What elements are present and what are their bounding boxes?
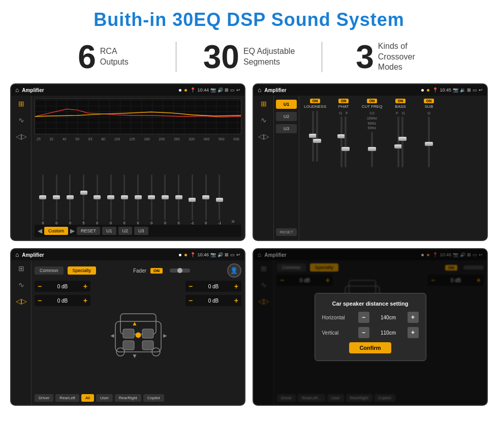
rearright-btn[interactable]: RearRight	[115, 394, 141, 402]
fader-bottom-bar: Driver RearLeft All User RearRight Copil…	[35, 394, 241, 402]
eq-slider-9: 0	[159, 174, 172, 225]
eq-slider-12: 0	[200, 174, 212, 225]
db-minus-1[interactable]: −	[38, 282, 42, 290]
fader-on-badge: ON	[150, 268, 163, 274]
fader-home-icon: ⌂	[15, 251, 19, 258]
ctrl-sub: ON SUB G	[416, 99, 442, 167]
stat-label-rca: RCAOutputs	[100, 46, 129, 68]
stat-number-rca: 6	[78, 41, 96, 73]
eq-panel-icon-3[interactable]: ◁▷	[16, 132, 27, 140]
fader-back-icon: ↩	[236, 252, 240, 257]
stats-row: 6 RCAOutputs 30 EQ AdjustableSegments 3 …	[0, 36, 498, 80]
dialog-horizontal-plus[interactable]: +	[408, 312, 419, 323]
fader-specialty-tab[interactable]: Specialty	[68, 266, 97, 275]
crossover-panel-icon-3[interactable]: ◁▷	[258, 132, 269, 140]
fader-body-area: − 0 dB + − 0 dB +	[35, 281, 241, 392]
eq-slider-0: 0	[37, 174, 49, 225]
phat-slider-f[interactable]	[345, 116, 347, 167]
eq-reset-btn[interactable]: RESET	[77, 227, 100, 235]
fader-app-title: Amplifier	[22, 252, 176, 258]
svg-rect-5	[142, 329, 153, 338]
eq-slider-11: -1	[186, 174, 199, 225]
ctrl-bass: ON BASS F G	[388, 99, 413, 167]
bass-slider-g[interactable]	[401, 116, 403, 167]
db-minus-4[interactable]: −	[189, 296, 193, 305]
svg-rect-4	[123, 329, 134, 338]
dialog-vertical-plus[interactable]: +	[408, 327, 419, 338]
crossover-controls-row: ON LOUDNESS	[302, 99, 484, 167]
driver-btn[interactable]: Driver	[35, 394, 53, 402]
db-control-3: − 0 dB +	[185, 281, 241, 292]
bass-label: BASS	[395, 104, 406, 109]
fader-eq-icon: ⊠	[225, 252, 229, 257]
fader-battery-icon: ▭	[230, 252, 235, 257]
phat-slider-g[interactable]	[340, 116, 343, 167]
db-minus-2[interactable]: −	[38, 296, 42, 305]
eq-slider-1: 0	[50, 174, 63, 225]
eq-slider-3: 5	[77, 174, 90, 225]
crossover-eq-icon: ⊠	[467, 87, 471, 93]
eq-panel-icon-2[interactable]: ∿	[18, 116, 24, 124]
fader-slider-h[interactable]	[170, 268, 190, 273]
svg-text:◄: ◄	[109, 332, 115, 339]
db-plus-1[interactable]: +	[83, 282, 87, 290]
db-plus-2[interactable]: +	[83, 296, 87, 305]
eq-panel-icon-1[interactable]: ⊞	[18, 100, 24, 108]
user-btn[interactable]: User	[96, 394, 113, 402]
eq-u1-btn[interactable]: U1	[102, 227, 116, 235]
dialog-horizontal-minus[interactable]: −	[358, 312, 369, 323]
stat-eq: 30 EQ AdjustableSegments	[176, 41, 322, 73]
fader-time: 10:46	[197, 252, 209, 257]
fader-left-controls: − 0 dB + − 0 dB +	[35, 281, 90, 392]
svg-text:▲: ▲	[132, 320, 138, 327]
eq-next-btn[interactable]: ▶	[70, 227, 75, 234]
fader-panel-icon-2[interactable]: ∿	[18, 281, 24, 289]
eq-screen-body: ⊞ ∿ ◁▷ 253240506380100125160200250320400…	[11, 96, 244, 240]
loudness-slider-2[interactable]	[316, 111, 318, 162]
sub-slider[interactable]	[428, 116, 430, 167]
channel-u3-btn[interactable]: U3	[276, 124, 297, 133]
volume-icon: 🔊	[217, 87, 223, 93]
channel-u1-btn[interactable]: U1	[276, 100, 297, 109]
all-btn[interactable]: All	[81, 394, 94, 402]
eq-expand-btn[interactable]: »	[227, 218, 239, 225]
crossover-reset-btn[interactable]: RESET	[276, 228, 297, 236]
bass-slider-f[interactable]	[397, 116, 399, 167]
eq-u2-btn[interactable]: U2	[118, 227, 133, 235]
eq-prev-btn[interactable]: ◀	[38, 227, 42, 234]
copilot-btn[interactable]: Copilot	[143, 394, 164, 402]
db-value-3: 0 dB	[195, 284, 232, 289]
dialog-confirm-btn[interactable]: Confirm	[349, 342, 391, 353]
crossover-location-icon: 📍	[432, 87, 438, 93]
eq-sliders-row: 0 0 0 5 0	[35, 143, 241, 225]
home-icon: ⌂	[15, 86, 19, 94]
fader-panel-icon-3[interactable]: ◁▷	[16, 297, 27, 305]
ctrl-cutfreq: ON CUT FREQ 3.0 100Hz 80Hz 60Hz	[359, 99, 385, 167]
stat-rca: 6 RCAOutputs	[30, 41, 176, 73]
db-plus-4[interactable]: +	[234, 296, 238, 305]
settings-icon-btn[interactable]: 👤	[227, 263, 241, 278]
stat-number-crossover: 3	[356, 41, 374, 73]
db-value-2: 0 dB	[44, 298, 81, 304]
dot-orange-1	[184, 89, 187, 92]
svg-rect-7	[142, 341, 153, 350]
crossover-panel-icon-2[interactable]: ∿	[261, 116, 267, 124]
eq-slider-6: 0	[118, 174, 131, 225]
loudness-slider-1[interactable]	[312, 111, 314, 162]
eq-u3-btn[interactable]: U3	[134, 227, 148, 235]
fader-common-tab[interactable]: Common	[35, 266, 64, 275]
stat-number-eq: 30	[203, 41, 239, 73]
location-icon: 📍	[190, 87, 196, 93]
eq-slider-13: -1	[213, 174, 226, 225]
crossover-panel-icon-1[interactable]: ⊞	[261, 100, 267, 108]
cutfreq-slider[interactable]	[371, 132, 373, 167]
eq-left-panel: ⊞ ∿ ◁▷	[11, 96, 32, 240]
dialog-vertical-minus[interactable]: −	[358, 327, 369, 338]
fader-car-area: ▲ ▼ ◄ ►	[95, 281, 181, 392]
db-plus-3[interactable]: +	[234, 282, 238, 290]
rearleft-btn[interactable]: RearLeft	[55, 394, 79, 402]
db-minus-3[interactable]: −	[189, 282, 193, 290]
eq-preset-custom[interactable]: Custom	[44, 227, 68, 235]
fader-panel-icon-1[interactable]: ⊞	[18, 264, 24, 273]
channel-u2-btn[interactable]: U2	[276, 112, 297, 121]
